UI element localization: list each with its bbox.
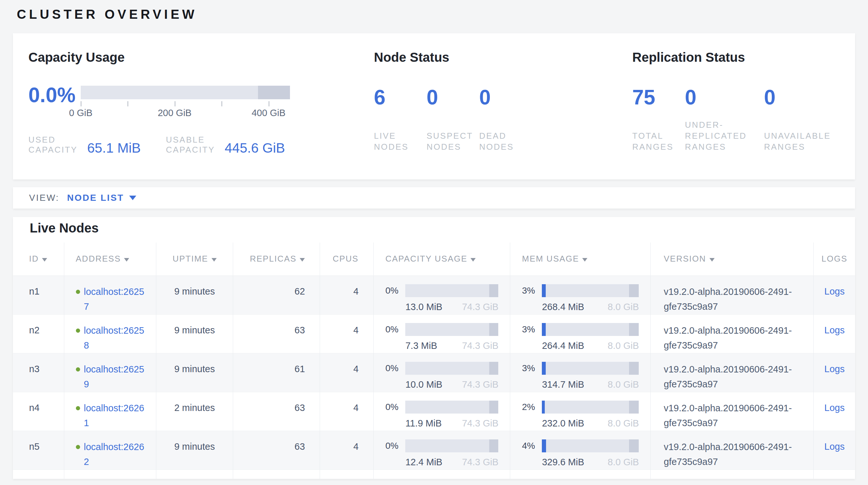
column-header-replicas[interactable]: REPLICAS [233,242,320,276]
capacity-total-value: 74.3 GiB [462,457,499,467]
capacity-usage-bar [405,323,498,336]
cpus-cell: 4 [320,314,374,353]
column-header-cpus: CPUS [320,242,374,276]
logs-link[interactable]: Logs [825,286,845,296]
node-stat-label: DEAD NODES [479,130,528,152]
capacity-stat-used: USED CAPACITY65.1 MiB [28,135,141,155]
memory-usage-percent: 3% [522,363,542,373]
logs-link[interactable]: Logs [825,364,845,374]
node-address-cell: localhost:26262 [64,431,156,469]
replication-stat-label: UNAVAILABLE RANGES [764,130,834,152]
table-row-n5: n5localhost:262629 minutes6340%12.4 MiB7… [13,431,855,469]
logs-cell: Logs [814,353,855,392]
live-nodes-title: Live Nodes [13,217,855,242]
capacity-used-value: 12.4 MiB [405,457,442,467]
capacity-usage-cell: 0%11.9 MiB74.3 GiB [374,392,510,431]
stat-value: 65.1 MiB [87,141,141,155]
live-status-icon [76,367,80,372]
capacity-total-value: 74.3 GiB [462,379,499,390]
stat-label: USABLE CAPACITY [166,135,220,155]
sort-arrow-icon[interactable] [212,258,217,262]
table-row-n4: n4localhost:262612 minutes6340%11.9 MiB7… [13,392,855,431]
node-stat-value: 0 [479,86,532,109]
view-dropdown-value[interactable]: NODE LIST [67,193,124,203]
logs-link[interactable]: Logs [825,325,845,335]
cluster-summary-card: Capacity Usage 0.0% 0 GiB200 GiB400 GiB … [13,33,855,179]
sort-arrow-icon[interactable] [582,258,587,262]
live-status-icon [76,406,80,410]
axis-tick [269,101,269,106]
capacity-usage-cell: 0%7.3 MiB74.3 GiB [374,314,510,353]
capacity-usage-percent: 0% [385,363,405,373]
stat-col: TOTAL RANGES [632,130,685,152]
memory-used-value: 329.6 MiB [542,457,584,467]
column-header-capacity[interactable]: CAPACITY USAGE [374,242,510,276]
sort-arrow-icon[interactable] [300,258,305,262]
logs-link[interactable]: Logs [825,403,845,413]
table-row-n1: n1localhost:262579 minutes6240%13.0 MiB7… [13,276,855,314]
column-header-memory[interactable]: MEM USAGE [510,242,651,276]
capacity-usage-percent: 0% [385,324,405,335]
memory-usage-bar-reserved [629,439,639,452]
memory-total-value: 8.0 GiB [608,457,639,467]
memory-usage-cell: 3%268.4 MiB8.0 GiB [510,276,651,314]
capacity-stat-usable: USABLE CAPACITY445.6 GiB [166,135,285,155]
memory-usage-bar [542,401,639,413]
replicas-cell: 61 [233,353,320,392]
stat-label: USED CAPACITY [28,135,83,155]
node-address-link[interactable]: localhost:26261 [84,401,146,430]
version-cell: v19.2.0-alpha.20190606-2491-gfe735c9a97 [651,353,814,392]
replication-status-title: Replication Status [632,50,840,65]
axis-tick-label: 400 GiB [252,108,285,118]
column-header-label: REPLICAS [250,254,297,263]
replication-stat-value: 0 [764,86,838,109]
stat-col: UNAVAILABLE RANGES [764,130,838,152]
capacity-usage-cell: 0%10.0 MiB74.3 GiB [374,353,510,392]
column-header-id[interactable]: ID [13,242,64,276]
node-address-link[interactable]: localhost:26257 [84,284,146,314]
capacity-usage-bar-reserved [489,284,499,297]
node-address-link[interactable]: localhost:26259 [84,362,146,392]
column-header-version[interactable]: VERSION [651,242,814,276]
view-label: VIEW: [29,193,59,203]
capacity-used-value: 7.3 MiB [405,340,437,351]
node-address-cell: localhost:26257 [64,276,156,314]
axis-tick-label: 200 GiB [158,108,191,118]
cpus-cell: 4 [320,276,374,314]
node-id-cell: n5 [13,431,64,469]
logs-cell: Logs [814,392,855,431]
capacity-bar-reserved [258,86,290,99]
capacity-usage-bar [405,362,498,375]
logs-link[interactable]: Logs [825,441,845,452]
sort-arrow-icon[interactable] [709,258,715,262]
cpus-cell: 4 [320,353,374,392]
memory-usage-cell: 3%264.4 MiB8.0 GiB [510,314,651,353]
table-row-partial [13,469,855,479]
capacity-total-value: 74.3 GiB [462,418,499,429]
view-dropdown[interactable]: NODE LIST [67,193,136,203]
memory-usage-bar [542,439,639,452]
sort-arrow-icon[interactable] [470,258,476,262]
capacity-usage-percent: 0% [385,286,405,296]
memory-usage-bar-fill [542,323,546,336]
column-header-uptime[interactable]: UPTIME [156,242,233,276]
memory-usage-cell: 4%329.6 MiB8.0 GiB [510,431,651,469]
stat-col: 0 [685,86,764,109]
column-header-label: CPUS [333,254,359,263]
node-address-link[interactable]: localhost:26262 [84,439,146,469]
uptime-cell: 9 minutes [156,431,233,469]
capacity-axis-labels: 0 GiB200 GiB400 GiB [81,108,290,118]
node-stat-label: SUSPECT NODES [427,130,475,152]
node-id-cell: n1 [13,276,64,314]
column-header-address[interactable]: ADDRESS [64,242,156,276]
column-header-logs: LOGS [814,242,855,276]
sort-arrow-icon[interactable] [42,258,47,262]
live-nodes-table: IDADDRESSUPTIMEREPLICASCPUSCAPACITY USAG… [13,242,855,479]
stat-col: SUSPECT NODES [427,130,479,152]
column-header-label: ADDRESS [76,254,121,263]
node-address-link[interactable]: localhost:26258 [84,323,146,353]
stat-col: 0 [764,86,838,109]
sort-arrow-icon[interactable] [124,258,129,262]
memory-usage-bar [542,284,639,297]
memory-usage-percent: 3% [522,324,542,335]
